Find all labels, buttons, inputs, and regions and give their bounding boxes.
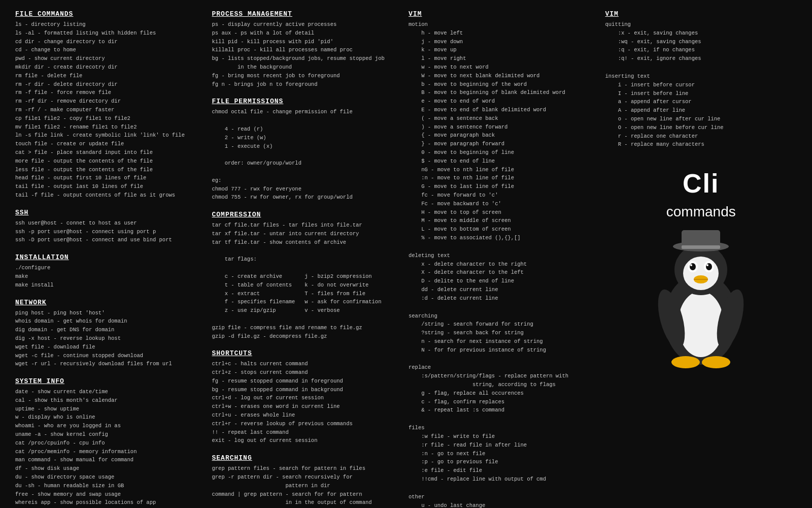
process-mgmt-title: PROCESS MANAGEMENT bbox=[212, 10, 404, 18]
vim-replace-content: replace :s/pattern/string/flags - replac… bbox=[409, 363, 600, 415]
svg-point-3 bbox=[683, 257, 719, 290]
network-title: NETWORK bbox=[15, 299, 207, 306]
svg-point-1 bbox=[678, 291, 724, 357]
system-info-title: SYSTEM INFO bbox=[15, 377, 207, 385]
vim-replace-section: replace :s/pattern/string/flags - replac… bbox=[409, 363, 600, 415]
svg-point-9 bbox=[706, 264, 708, 266]
shortcuts-section: SHORTCUTS ctrl+c - halts current command… bbox=[212, 350, 404, 445]
svg-point-6 bbox=[690, 264, 692, 266]
cli-title-text: Cli bbox=[683, 168, 719, 199]
vim-quitting-title: VIM bbox=[605, 10, 797, 18]
installation-title: INSTALLATION bbox=[15, 253, 207, 261]
system-info-content: date - show current date/time cal - show… bbox=[15, 388, 207, 508]
ssh-section: SSH ssh user@host - connet to host as us… bbox=[15, 209, 207, 244]
vim-deleting-section: deleting text x - delete character to th… bbox=[409, 251, 600, 303]
ssh-title: SSH bbox=[15, 209, 207, 216]
installation-content: ./configure make make install bbox=[15, 264, 207, 289]
installation-section: INSTALLATION ./configure make make insta… bbox=[15, 253, 207, 289]
cli-subtitle-text: commands bbox=[666, 204, 736, 220]
shortcuts-title: SHORTCUTS bbox=[212, 350, 404, 357]
compression-title: COMPRESSION bbox=[212, 211, 404, 218]
searching-title: SEARCHING bbox=[212, 454, 404, 462]
compression-content: tar cf file.tar files - tar files into f… bbox=[212, 221, 404, 340]
tux-penguin-icon bbox=[645, 230, 757, 372]
vim-motion-content: motion h - move left j - move down k - m… bbox=[409, 20, 600, 242]
network-content: ping host - ping host 'host' whois domai… bbox=[15, 309, 207, 369]
svg-point-8 bbox=[706, 263, 712, 270]
shortcuts-content: ctrl+c - halts current command ctrl+z - … bbox=[212, 360, 404, 445]
process-mgmt-content: ps - display currently active processes … bbox=[212, 20, 404, 88]
vim-deleting-content: deleting text x - delete character to th… bbox=[409, 251, 600, 303]
searching-section: SEARCHING grep pattern files - search fo… bbox=[212, 454, 404, 508]
svg-point-17 bbox=[681, 362, 689, 367]
svg-point-20 bbox=[712, 362, 720, 367]
vim-inserting-section: inserting text i - insert before cursor … bbox=[605, 72, 797, 149]
file-perms-section: FILE PERMISSIONS chmod octal file - chan… bbox=[212, 98, 404, 202]
vim-inserting-content: inserting text i - insert before cursor … bbox=[605, 72, 797, 149]
vim-other-content: other u - undo last change U - undo all … bbox=[409, 493, 600, 508]
process-mgmt-section: PROCESS MANAGEMENT ps - display currentl… bbox=[212, 10, 404, 88]
vim-files-section: files :w file - write to file :r file - … bbox=[409, 424, 600, 484]
vim-searching-content: searching /string - search forward for s… bbox=[409, 312, 600, 355]
penguin-branding: Cli commands bbox=[605, 158, 797, 372]
ssh-content: ssh user@host - connet to host as user s… bbox=[15, 219, 207, 244]
vim-searching-section: searching /string - search forward for s… bbox=[409, 312, 600, 355]
vim-other-section: other u - undo last change U - undo all … bbox=[409, 493, 600, 508]
vim-motion-section: VIM motion h - move left j - move down k… bbox=[409, 10, 600, 242]
file-commands-content: ls - directory listing ls -al - formatte… bbox=[15, 20, 207, 200]
file-commands-title: FILE COMMANDS bbox=[15, 10, 207, 18]
vim-files-content: files :w file - write to file :r file - … bbox=[409, 424, 600, 484]
searching-content: grep pattern files - search for pattern … bbox=[212, 464, 404, 508]
column-3: VIM motion h - move left j - move down k… bbox=[409, 10, 600, 508]
svg-rect-24 bbox=[682, 245, 720, 249]
compression-section: COMPRESSION tar cf file.tar files - tar … bbox=[212, 211, 404, 340]
file-commands-section: FILE COMMANDS ls - directory listing ls … bbox=[15, 10, 207, 200]
svg-rect-23 bbox=[682, 230, 720, 248]
vim-motion-title: VIM bbox=[409, 10, 600, 18]
network-section: NETWORK ping host - ping host 'host' who… bbox=[15, 299, 207, 369]
svg-point-5 bbox=[690, 263, 696, 270]
column-1: FILE COMMANDS ls - directory listing ls … bbox=[15, 10, 207, 508]
cli-title-row: Cli bbox=[683, 168, 719, 201]
vim-quitting-content: quitting :x - exit, saving changes :wq -… bbox=[605, 20, 797, 63]
system-info-section: SYSTEM INFO date - show current date/tim… bbox=[15, 377, 207, 508]
file-perms-title: FILE PERMISSIONS bbox=[212, 98, 404, 105]
column-2: PROCESS MANAGEMENT ps - display currentl… bbox=[212, 10, 404, 508]
column-4: VIM quitting :x - exit, saving changes :… bbox=[605, 10, 797, 508]
vim-quitting-section: VIM quitting :x - exit, saving changes :… bbox=[605, 10, 797, 63]
file-perms-content: chmod octal file - change permission of … bbox=[212, 108, 404, 202]
